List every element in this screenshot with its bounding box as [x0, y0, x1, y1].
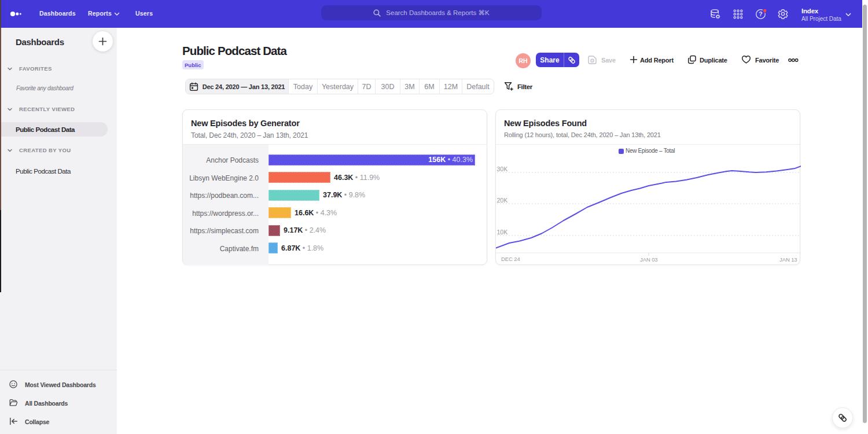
svg-text:?: ? [759, 10, 762, 17]
